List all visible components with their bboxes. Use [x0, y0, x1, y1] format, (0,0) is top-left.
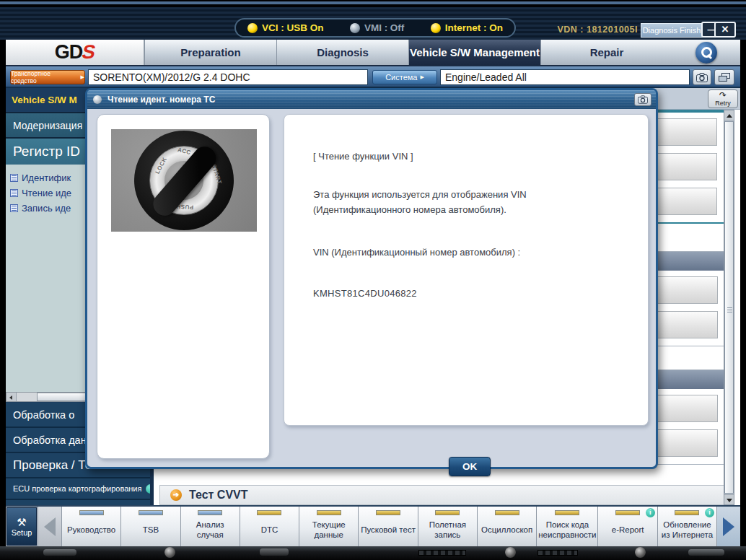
logo-text-s: S — [80, 41, 97, 64]
toolbar-button-e-report[interactable]: ie-Report — [597, 507, 657, 546]
cvvt-test-heading-row[interactable]: ➔ Тест CVVT — [159, 485, 734, 505]
vin-read-dialog: Чтение идент. номера ТС LOCK ACC START P… — [85, 88, 658, 469]
tab-repair[interactable]: Repair — [540, 40, 672, 65]
retry-button[interactable]: ↷ Retry — [708, 89, 738, 108]
indicator-bar — [317, 510, 341, 515]
tab-diagnosis[interactable]: Diagnosis — [276, 40, 408, 65]
toolbar-button-label: Руководство — [67, 525, 115, 535]
vin-value: KMHST81C4DU046822 — [313, 288, 623, 299]
toolbar-button-actuation-test[interactable]: Пусковой тест — [358, 507, 417, 546]
dashboard-knob — [164, 547, 175, 558]
indicator-bar — [675, 510, 699, 515]
tree-item-label: Запись иде — [22, 203, 71, 214]
search-area — [672, 40, 740, 65]
dashboard-detail — [688, 549, 724, 556]
vin-label: VIN (Идентификационный номер автомобиля)… — [313, 247, 623, 258]
dual-window-icon — [719, 73, 730, 82]
ecu-item-label: ECU проверка картографирования — [13, 484, 141, 493]
vin-function-heading: [ Чтение функции VIN ] — [313, 151, 623, 162]
toolbar-button-manual[interactable]: Руководство — [61, 507, 120, 546]
sidebar-item-ecu-mapping-check[interactable]: ECU проверка картографирования i — [6, 478, 150, 500]
ignition-key-photo: LOCK ACC START PUSH — [111, 129, 257, 232]
orange-arrow-icon: ➔ — [170, 489, 182, 501]
toolbar-scroll-right-button[interactable] — [716, 507, 740, 546]
toolbar-button-label: Текущие данные — [301, 520, 356, 541]
content-vertical-scrollbar[interactable] — [724, 110, 734, 505]
vehicle-select-button[interactable]: Транспортное средство — [10, 70, 85, 84]
close-button[interactable]: ✕ — [714, 22, 736, 38]
document-list-icon — [10, 189, 18, 197]
dialog-sphere-icon — [93, 95, 102, 104]
internet-status: Internet : On — [431, 22, 503, 33]
connection-status-pill: VCI : USB On VMI : Off Internet : On — [234, 18, 516, 38]
scroll-up-arrow-icon[interactable] — [724, 110, 734, 121]
gds-logo: GDS — [6, 40, 144, 65]
dialog-title-bar[interactable]: Чтение идент. номера ТС — [87, 90, 656, 109]
toolbar-button-label: Полетная запись — [420, 520, 475, 541]
tab-vehicle-sw-management[interactable]: Vehicle S/W Management — [408, 40, 540, 65]
toolbar-buttons: Руководство TSB Анализ случая DTC Текущи… — [61, 507, 716, 546]
dialog-text-panel: [ Чтение функции VIN ] Эта функция испол… — [284, 114, 649, 426]
dialog-image-panel: LOCK ACC START PUSH — [97, 114, 270, 459]
dashboard-detail — [260, 548, 289, 556]
toolbar-button-oscilloscope[interactable]: Осциллоскоп — [477, 507, 536, 546]
toolbar-button-label: Обновление из Интернета — [659, 520, 715, 541]
logo-text-gd: GD — [55, 41, 83, 64]
indicator-bar — [257, 510, 281, 515]
scrollbar-grip — [727, 307, 732, 312]
window-layout-button[interactable] — [714, 69, 734, 85]
indicator-bar — [555, 510, 579, 515]
vmi-status-led-icon — [350, 23, 360, 33]
ok-button[interactable]: OK — [449, 457, 491, 476]
dashboard-knob — [505, 547, 516, 558]
vehicle-value-field[interactable]: SORENTO(XM)/2012/G 2.4 DOHC — [88, 69, 368, 85]
toolbar-button-internet-update[interactable]: iОбновление из Интернета — [657, 507, 716, 546]
gds-application-window: VCI : USB On VMI : Off Internet : On VDN… — [0, 0, 746, 560]
right-arrow-icon — [723, 517, 734, 536]
toolbar-button-dtc[interactable]: DTC — [240, 507, 299, 546]
setup-button[interactable]: ⚒ Setup — [6, 507, 37, 546]
toolbar-button-current-data[interactable]: Текущие данные — [299, 507, 358, 546]
vdn-number: VDN : 181201005I — [557, 25, 638, 35]
bottom-toolbar: ⚒ Setup Руководство TSB Анализ случая DT… — [6, 505, 740, 546]
dashboard-knob — [635, 547, 646, 558]
vci-status-label: VCI : USB On — [262, 22, 324, 33]
diagnosis-finish-button[interactable]: Diagnosis Finish — [641, 23, 703, 38]
toolbar-button-fault-code-search[interactable]: Поиск кода неисправности — [536, 507, 597, 546]
main-tab-bar: GDS Preparation Diagnosis Vehicle S/W Ma… — [6, 40, 740, 66]
dialog-camera-button[interactable] — [634, 93, 651, 106]
info-icon: i — [646, 508, 655, 517]
vci-status-led-icon — [247, 23, 258, 33]
dialog-title: Чтение идент. номера ТС — [107, 95, 215, 105]
scroll-left-arrow-icon[interactable] — [6, 393, 17, 401]
dialog-body: LOCK ACC START PUSH [ Чтение функции VIN… — [87, 109, 656, 467]
retry-label: Retry — [715, 100, 731, 107]
vci-status: VCI : USB On — [247, 22, 324, 33]
internet-status-label: Internet : On — [445, 22, 503, 33]
scrollbar-thumb[interactable] — [724, 121, 734, 494]
toolbar-button-tsb[interactable]: TSB — [120, 507, 180, 546]
dashboard-photo-strip — [0, 546, 746, 560]
toolbar-button-flight-record[interactable]: Полетная запись — [418, 507, 477, 546]
scroll-down-arrow-icon[interactable] — [724, 494, 734, 504]
camera-icon — [638, 95, 648, 104]
indicator-bar — [139, 510, 163, 515]
indicator-bar — [79, 510, 104, 515]
system-select-button[interactable]: Система — [372, 70, 437, 84]
scrollbar-thumb[interactable] — [37, 393, 90, 401]
toolbar-button-label: DTC — [261, 525, 278, 535]
system-value-field[interactable]: Engine/Leaded All — [440, 69, 690, 85]
search-icon[interactable] — [695, 42, 717, 64]
toolbar-button-case-analysis[interactable]: Анализ случая — [180, 507, 240, 546]
toolbar-scroll-left-button[interactable] — [38, 507, 61, 546]
camera-capture-button[interactable] — [693, 69, 711, 85]
vehicle-selection-bar: Транспортное средство SORENTO(XM)/2012/G… — [6, 66, 740, 88]
toolbar-button-label: Поиск кода неисправности — [538, 520, 596, 541]
cvvt-test-heading: Тест CVVT — [189, 489, 248, 502]
dashboard-vent — [418, 550, 466, 556]
tab-preparation[interactable]: Preparation — [144, 40, 276, 65]
retry-arrow-icon: ↷ — [719, 91, 727, 100]
top-status-bar: VCI : USB On VMI : Off Internet : On VDN… — [0, 0, 746, 40]
indicator-bar — [198, 510, 222, 515]
vmi-status-label: VMI : Off — [364, 22, 405, 33]
